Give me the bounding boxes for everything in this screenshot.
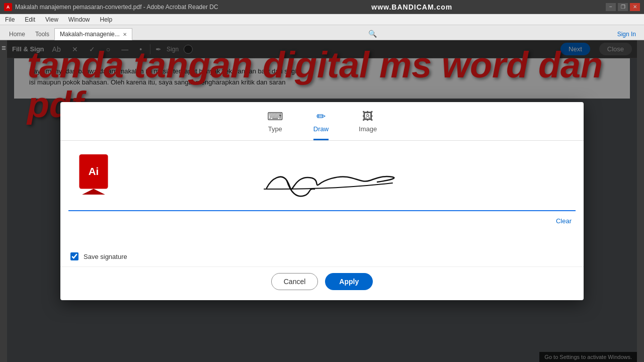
acrobat-app-icon: A — [4, 3, 12, 11]
title-bar: A Makalah manajemen pemasaran-converted.… — [0, 0, 644, 14]
cancel-button[interactable]: Cancel — [271, 273, 318, 290]
menu-help[interactable]: Help — [98, 15, 115, 24]
type-tab-icon: ⌨ — [267, 110, 283, 123]
restore-button[interactable]: ❐ — [618, 3, 628, 11]
window-title: Makalah manajemen pemasaran-converted.pd… — [15, 4, 218, 11]
window-controls: − ❐ ✕ — [606, 3, 640, 11]
sign-in-link[interactable]: Sign In — [613, 29, 640, 40]
signature-drawing-area[interactable]: Ai — [68, 141, 576, 211]
pdf-area: Fill & Sign Ab ✕ ✓ ○ — • ✒ Sign Next Clo… — [7, 40, 637, 362]
svg-marker-2 — [82, 189, 105, 195]
tab-type[interactable]: ⌨ Type — [267, 110, 283, 140]
clear-link[interactable]: Clear — [552, 215, 576, 242]
signature-dialog: ⌨ Type ✏ Draw 🖼 Image — [60, 102, 584, 300]
tab-image-label: Image — [359, 125, 377, 133]
dialog-tab-bar: ⌨ Type ✏ Draw 🖼 Image — [60, 102, 584, 141]
signature-drawing — [236, 148, 408, 203]
search-icon[interactable]: 🔍 — [366, 28, 379, 40]
sidebar-tab[interactable]: ☰ — [0, 42, 8, 54]
tab-home[interactable]: Home — [4, 29, 30, 40]
svg-text:Ai: Ai — [89, 165, 99, 177]
dialog-footer: Cancel Apply — [60, 266, 584, 300]
image-tab-icon: 🖼 — [362, 110, 373, 123]
tab-type-label: Type — [268, 125, 282, 133]
close-button[interactable]: ✕ — [630, 3, 640, 11]
save-signature-label: Save signature — [84, 253, 127, 260]
menu-view[interactable]: View — [43, 15, 60, 24]
apply-button[interactable]: Apply — [325, 273, 373, 290]
tab-close-icon[interactable]: ✕ — [123, 32, 127, 37]
tab-draw[interactable]: ✏ Draw — [313, 110, 329, 140]
below-signature-area: Clear — [68, 211, 576, 246]
tab-image[interactable]: 🖼 Image — [359, 110, 377, 140]
tab-bar: Home Tools Makalah-managenie... ✕ 🔍 Sign… — [0, 25, 644, 40]
active-tab-label: Makalah-managenie... — [60, 31, 120, 38]
menu-window[interactable]: Window — [66, 15, 92, 24]
tab-active-document[interactable]: Makalah-managenie... ✕ — [54, 28, 132, 40]
minimize-button[interactable]: − — [606, 3, 616, 11]
save-signature-checkbox[interactable] — [70, 252, 78, 260]
dialog-overlay: ⌨ Type ✏ Draw 🖼 Image — [7, 40, 637, 362]
bandicam-watermark: www.BANDICAM.com — [371, 3, 452, 11]
menu-edit[interactable]: Edit — [23, 15, 37, 24]
tab-tools[interactable]: Tools — [30, 29, 54, 40]
draw-tab-icon: ✏ — [316, 110, 326, 123]
left-sidebar: ☰ — [0, 40, 7, 362]
tab-draw-label: Draw — [313, 125, 329, 133]
menu-file[interactable]: File — [3, 15, 17, 24]
save-signature-row: Save signature — [60, 246, 584, 266]
acrobat-icon-placeholder: Ai — [78, 154, 109, 197]
main-area: ☰ Fill & Sign Ab ✕ ✓ ○ — • ✒ Sign Next C… — [0, 40, 644, 362]
menu-bar: File Edit View Window Help — [0, 14, 644, 25]
title-bar-left: A Makalah manajemen pemasaran-converted.… — [4, 3, 218, 11]
right-scrollbar[interactable] — [637, 40, 644, 362]
